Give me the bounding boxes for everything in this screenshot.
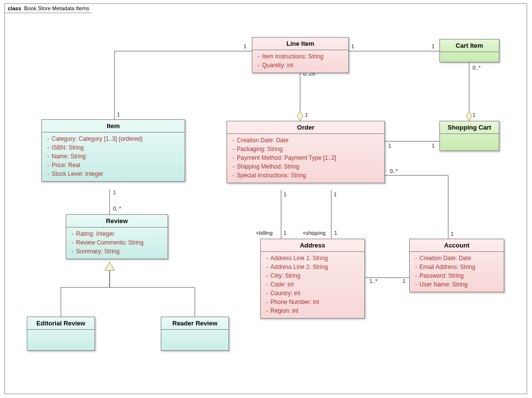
attribute-row: -Code: int: [264, 280, 361, 289]
visibility-marker: -: [45, 134, 52, 143]
visibility-marker: -: [69, 238, 76, 247]
attribute-text: Packaging: String: [237, 145, 381, 153]
attribute-row: -ISBN: String: [45, 143, 182, 152]
attribute-row: -Phone Number: int: [264, 298, 361, 306]
class-line-item[interactable]: Line Item -Item Instructions: String-Qua…: [252, 37, 349, 73]
attribute-row: -Rating: Integer: [69, 229, 165, 238]
visibility-marker: -: [230, 145, 237, 153]
class-order[interactable]: Order -Creation Date: Date-Packaging: St…: [227, 121, 385, 183]
attribute-row: -Stock Level: Integer: [45, 170, 182, 178]
class-item[interactable]: Item -Category: Category [1..3] {ordered…: [41, 119, 185, 182]
class-name: Review: [66, 215, 168, 227]
mult-label: 0..*: [390, 168, 398, 174]
mult-label: 1: [351, 43, 354, 49]
class-address[interactable]: Address -Address Line 1: String-Address …: [260, 239, 365, 319]
attribute-row: -Creation Date: Date: [230, 136, 381, 145]
attribute-text: Phone Number: int: [270, 298, 361, 306]
class-attrs: -Creation Date: Date-Packaging: String-P…: [227, 134, 384, 183]
attribute-text: Region: int: [270, 306, 361, 315]
visibility-marker: -: [413, 271, 419, 280]
mult-label: 1: [117, 112, 120, 117]
class-attrs: -Category: Category [1..3] {ordered}-ISB…: [42, 133, 185, 181]
diagram-title: class Book Store Metadata Items: [4, 3, 96, 13]
attribute-text: Ciity: String: [270, 271, 361, 280]
attribute-row: -Region: int: [264, 306, 361, 315]
class-name: Cart Item: [440, 39, 499, 52]
frame-keyword: class: [8, 5, 21, 11]
attribute-text: Shipping Method: String: [237, 162, 381, 171]
class-editorial-review[interactable]: Editorial Review: [27, 317, 95, 351]
attribute-row: -Password: String: [413, 271, 501, 280]
attribute-text: Quantity: int: [262, 61, 345, 70]
attribute-row: -Country: int: [264, 289, 361, 298]
attribute-text: Summary: String: [76, 247, 165, 256]
attribute-row: -Email Address: String: [413, 263, 501, 271]
role-label: +shipping: [303, 230, 325, 236]
mult-label: 1: [113, 190, 116, 195]
attribute-row: -Category: Category [1..3] {ordered}: [45, 134, 182, 143]
mult-label: 1: [402, 278, 405, 284]
frame-name: Book Store Metadata Items: [24, 5, 89, 11]
mult-label: 1: [388, 143, 391, 149]
class-name: Line Item: [252, 38, 348, 50]
visibility-marker: -: [45, 152, 52, 161]
diagram-canvas: class Book Store Metadata Items 1: [0, 0, 532, 398]
visibility-marker: -: [69, 229, 76, 238]
attribute-text: Rating: Integer: [76, 229, 165, 238]
attribute-text: Email Address: String: [419, 263, 501, 271]
class-cart-item[interactable]: Cart Item: [439, 39, 499, 62]
visibility-marker: -: [255, 52, 262, 61]
attribute-text: Price: Real: [52, 161, 182, 170]
class-reader-review[interactable]: Reader Review: [161, 317, 229, 351]
mult-label: 1: [244, 43, 247, 49]
visibility-marker: -: [45, 143, 52, 152]
attribute-row: -Special Instructions: String: [230, 171, 381, 180]
class-shopping-cart[interactable]: Shopping Cart: [439, 121, 499, 151]
attribute-row: -Name: String: [45, 152, 182, 161]
class-name: Address: [261, 239, 364, 252]
attribute-text: Password: String: [419, 271, 501, 280]
visibility-marker: -: [230, 171, 237, 180]
mult-label: 1: [334, 230, 337, 236]
mult-label: 1: [284, 230, 286, 236]
attribute-row: -Item Instructions: String: [255, 52, 345, 61]
mult-label: 1: [432, 43, 435, 49]
attribute-text: Name: String: [52, 152, 182, 161]
class-name: Order: [227, 121, 384, 134]
class-name: Account: [410, 239, 504, 252]
visibility-marker: -: [230, 162, 237, 171]
class-account[interactable]: Account -Creation Date: Date-Email Addre…: [409, 239, 504, 292]
attribute-text: Creation Date: Date: [419, 254, 501, 263]
mult-label: 1..*: [369, 278, 378, 284]
attribute-text: Address Line 1: String: [270, 254, 361, 263]
visibility-marker: -: [413, 254, 419, 263]
attribute-text: Special Instructions: String: [237, 171, 381, 180]
attribute-row: -Ciity: String: [264, 271, 361, 280]
visibility-marker: -: [264, 263, 270, 271]
mult-label: 1: [284, 191, 286, 197]
mult-label: 1: [334, 191, 337, 197]
visibility-marker: -: [45, 161, 52, 170]
class-attrs: -Creation Date: Date-Email Address: Stri…: [410, 252, 504, 292]
attribute-row: -Packaging: String: [230, 145, 381, 153]
attribute-row: -Quantity: int: [255, 61, 345, 70]
attribute-row: -Address Line 2: String: [264, 263, 361, 271]
mult-label: 1: [432, 143, 435, 149]
attribute-text: Country: int: [270, 289, 361, 298]
attribute-row: -Address Line 1: String: [264, 254, 361, 263]
attribute-text: ISBN: String: [52, 143, 182, 152]
class-attrs: -Item Instructions: String-Quantity: int: [252, 50, 348, 73]
mult-label: 0..*: [473, 65, 481, 71]
class-attrs: [440, 134, 499, 139]
role-label: +billing: [256, 230, 273, 236]
mult-label: 1: [305, 112, 308, 118]
attribute-row: -Price: Real: [45, 161, 182, 170]
class-name: Item: [42, 120, 185, 133]
class-attrs: -Rating: Integer-Review Comments: String…: [66, 227, 168, 259]
class-review[interactable]: Review -Rating: Integer-Review Comments:…: [66, 214, 168, 259]
visibility-marker: -: [264, 280, 270, 289]
visibility-marker: -: [45, 170, 52, 178]
visibility-marker: -: [264, 254, 270, 263]
attribute-text: Creation Date: Date: [237, 136, 381, 145]
visibility-marker: -: [255, 61, 262, 70]
